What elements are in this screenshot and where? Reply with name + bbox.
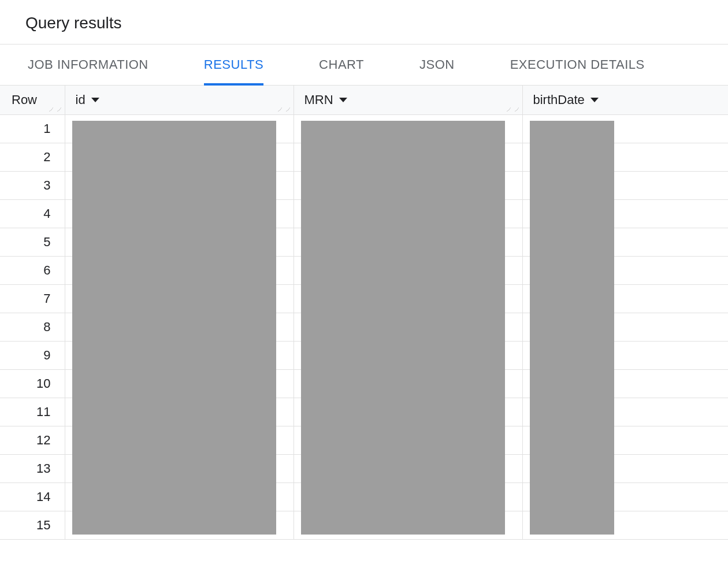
column-header-mrn[interactable]: MRN ⟋⟋ xyxy=(294,86,522,115)
cell-id xyxy=(65,370,294,398)
cell-birthdate xyxy=(522,285,728,313)
redacted-block xyxy=(301,482,505,512)
redacted-block xyxy=(72,340,276,370)
cell-id xyxy=(65,172,294,200)
page-title: Query results xyxy=(25,14,703,32)
column-header-birthdate[interactable]: birthDate xyxy=(522,86,728,115)
tab-json[interactable]: JSON xyxy=(392,44,482,85)
row-number-cell: 13 xyxy=(0,455,65,483)
cell-birthdate xyxy=(522,511,728,540)
cell-mrn xyxy=(294,455,522,483)
cell-mrn xyxy=(294,511,522,540)
redacted-block xyxy=(72,425,276,455)
table-row[interactable]: 13 xyxy=(0,455,728,483)
column-header-label: Row xyxy=(12,92,37,107)
table-row[interactable]: 14 xyxy=(0,483,728,511)
cell-mrn xyxy=(294,172,522,200)
cell-id xyxy=(65,426,294,455)
row-number-cell: 10 xyxy=(0,370,65,398)
table-row[interactable]: 8 xyxy=(0,313,728,342)
redacted-block xyxy=(72,284,276,314)
table-row[interactable]: 1 xyxy=(0,115,728,143)
tab-job-information[interactable]: JOB INFORMATION xyxy=(0,44,176,85)
row-number-cell: 9 xyxy=(0,342,65,370)
table-row[interactable]: 9 xyxy=(0,342,728,370)
tab-results[interactable]: RESULTS xyxy=(176,44,291,85)
redacted-block xyxy=(72,482,276,512)
column-header-row[interactable]: Row ⟋⟋ xyxy=(0,86,65,115)
cell-mrn xyxy=(294,426,522,455)
cell-id xyxy=(65,455,294,483)
chevron-down-icon[interactable] xyxy=(590,98,599,102)
tabs: JOB INFORMATION RESULTS CHART JSON EXECU… xyxy=(0,44,728,85)
cell-id xyxy=(65,285,294,313)
redacted-block xyxy=(530,199,614,229)
redacted-block xyxy=(530,510,614,535)
table-row[interactable]: 6 xyxy=(0,257,728,285)
cell-birthdate xyxy=(522,370,728,398)
cell-birthdate xyxy=(522,342,728,370)
header: Query results xyxy=(0,0,728,44)
cell-mrn xyxy=(294,285,522,313)
redacted-block xyxy=(301,284,505,314)
redacted-block xyxy=(301,227,505,257)
table-row[interactable]: 15 xyxy=(0,511,728,540)
table-row[interactable]: 4 xyxy=(0,200,728,228)
cell-birthdate xyxy=(522,115,728,143)
table-row[interactable]: 5 xyxy=(0,228,728,257)
column-header-label: MRN xyxy=(304,92,333,107)
tab-execution-details[interactable]: EXECUTION DETAILS xyxy=(482,44,673,85)
cell-birthdate xyxy=(522,398,728,426)
table-row[interactable]: 10 xyxy=(0,370,728,398)
cell-mrn xyxy=(294,143,522,172)
redacted-block xyxy=(530,454,614,484)
cell-id xyxy=(65,143,294,172)
redacted-block xyxy=(301,397,505,427)
tab-chart[interactable]: CHART xyxy=(291,44,392,85)
cell-birthdate xyxy=(522,483,728,511)
redacted-block xyxy=(530,170,614,201)
chevron-down-icon[interactable] xyxy=(91,98,99,102)
table-row[interactable]: 2 xyxy=(0,143,728,172)
cell-birthdate xyxy=(522,172,728,200)
redacted-block xyxy=(530,142,614,172)
row-number-cell: 7 xyxy=(0,285,65,313)
redacted-block xyxy=(530,227,614,257)
column-header-label: id xyxy=(76,92,86,107)
cell-birthdate xyxy=(522,143,728,172)
redacted-block xyxy=(530,425,614,455)
redacted-block xyxy=(72,369,276,399)
redacted-block xyxy=(72,454,276,484)
cell-id xyxy=(65,200,294,228)
redacted-block xyxy=(301,170,505,201)
row-number-cell: 2 xyxy=(0,143,65,172)
table-row[interactable]: 7 xyxy=(0,285,728,313)
redacted-block xyxy=(530,369,614,399)
column-header-label: birthDate xyxy=(533,92,585,107)
cell-mrn xyxy=(294,398,522,426)
table-row[interactable]: 11 xyxy=(0,398,728,426)
cell-id xyxy=(65,511,294,540)
table-row[interactable]: 12 xyxy=(0,426,728,455)
cell-mrn xyxy=(294,228,522,257)
redacted-block xyxy=(530,482,614,512)
chevron-down-icon[interactable] xyxy=(339,98,347,102)
redacted-block xyxy=(72,510,276,535)
redacted-block xyxy=(72,312,276,342)
table-row[interactable]: 3 xyxy=(0,172,728,200)
cell-birthdate xyxy=(522,228,728,257)
column-header-id[interactable]: id ⟋⟋ xyxy=(65,86,294,115)
cell-birthdate xyxy=(522,257,728,285)
cell-mrn xyxy=(294,342,522,370)
redacted-block xyxy=(72,142,276,172)
row-number-cell: 14 xyxy=(0,483,65,511)
redacted-block xyxy=(301,425,505,455)
cell-id xyxy=(65,313,294,342)
redacted-block xyxy=(301,369,505,399)
cell-birthdate xyxy=(522,455,728,483)
redacted-block xyxy=(72,397,276,427)
row-number-cell: 6 xyxy=(0,257,65,285)
redacted-block xyxy=(530,284,614,314)
row-number-cell: 1 xyxy=(0,115,65,143)
row-number-cell: 3 xyxy=(0,172,65,200)
